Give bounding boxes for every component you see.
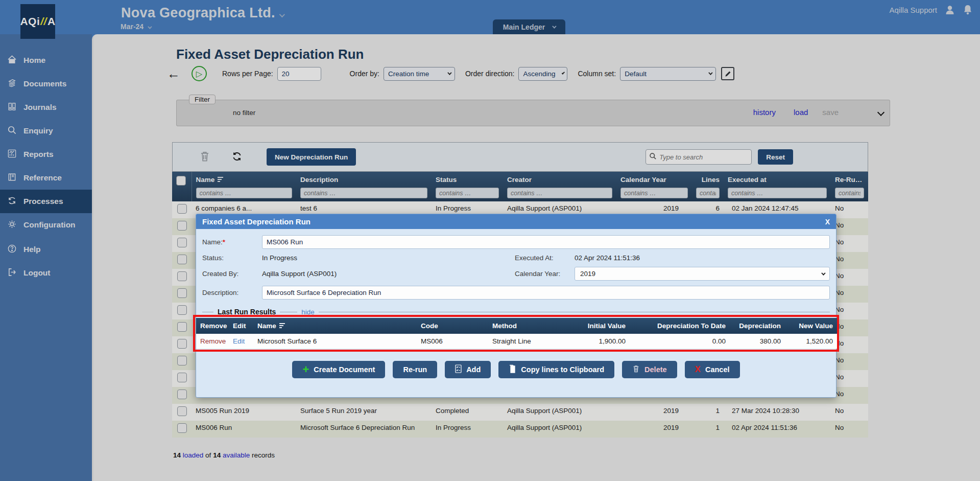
cell-method: Straight Line	[488, 334, 572, 349]
mcol-remove: Remove	[196, 318, 229, 334]
mcol-edit: Edit	[229, 318, 253, 334]
checklist-icon	[455, 364, 462, 375]
last-run-row: Remove Edit Microsoft Surface 6 MS006 St…	[196, 334, 837, 349]
cell-new-value: 1,520.00	[785, 334, 837, 349]
create-document-button[interactable]: +Create Document	[292, 361, 385, 378]
mcol-initial-value[interactable]: Initial Value	[572, 318, 630, 334]
mcol-depreciation[interactable]: Depreciation	[730, 318, 785, 334]
cell-asset-name: Microsoft Surface 6	[253, 334, 417, 349]
plus-icon: +	[302, 364, 309, 375]
rerun-button[interactable]: Re-run	[393, 361, 437, 378]
x-icon: X	[695, 364, 701, 375]
status-value: In Progress	[262, 254, 515, 262]
calendar-year-select[interactable]: 2019	[575, 267, 830, 281]
modal-buttons: +Create Document Re-run Add Copy lines t…	[202, 361, 830, 378]
mcol-code[interactable]: Code	[417, 318, 488, 334]
depreciation-run-modal: Fixed Asset Depreciation Run X Name:* St…	[196, 214, 836, 398]
created-by-value: Aqilla Support (ASP001)	[262, 270, 515, 278]
last-run-results-table: Remove Edit Name Code Method Initial Val…	[196, 318, 836, 349]
cell-depreciation: 380.00	[730, 334, 785, 349]
add-button[interactable]: Add	[445, 361, 491, 378]
chevron-down-icon	[821, 271, 825, 275]
modal-title-bar: Fixed Asset Depreciation Run X	[196, 214, 836, 229]
cell-initial-value: 1,900.00	[572, 334, 630, 349]
description-field[interactable]	[262, 286, 830, 300]
name-label: Name:*	[202, 238, 262, 246]
modal-title: Fixed Asset Depreciation Run	[202, 217, 310, 226]
remove-link[interactable]: Remove	[200, 337, 226, 345]
copy-lines-button[interactable]: Copy lines to Clipboard	[498, 361, 614, 378]
created-by-label: Created By:	[202, 270, 262, 278]
edit-link[interactable]: Edit	[233, 337, 245, 345]
description-label: Description:	[202, 289, 262, 296]
cancel-button[interactable]: XCancel	[685, 361, 740, 378]
cell-code: MS006	[417, 334, 488, 349]
trash-icon	[632, 364, 640, 375]
status-label: Status:	[202, 254, 262, 262]
mcol-method[interactable]: Method	[488, 318, 572, 334]
hide-link[interactable]: hide	[301, 308, 315, 316]
executed-at-value: 02 Apr 2024 11:51:36	[575, 254, 640, 262]
close-icon[interactable]: X	[825, 218, 830, 226]
mcol-dep-to-date[interactable]: Depreciation To Date	[630, 318, 730, 334]
cell-dep-to-date: 0.00	[630, 334, 730, 349]
mcol-name[interactable]: Name	[253, 318, 417, 334]
calendar-year-label: Calendar Year:	[515, 270, 575, 278]
last-run-results-legend: Last Run Results hide	[202, 308, 830, 316]
mcol-new-value[interactable]: New Value	[785, 318, 837, 334]
name-field[interactable]	[262, 235, 830, 249]
executed-at-label: Executed At:	[515, 254, 575, 262]
sort-icon	[279, 323, 285, 329]
delete-button[interactable]: Delete	[622, 361, 677, 378]
clipboard-icon	[509, 364, 516, 375]
